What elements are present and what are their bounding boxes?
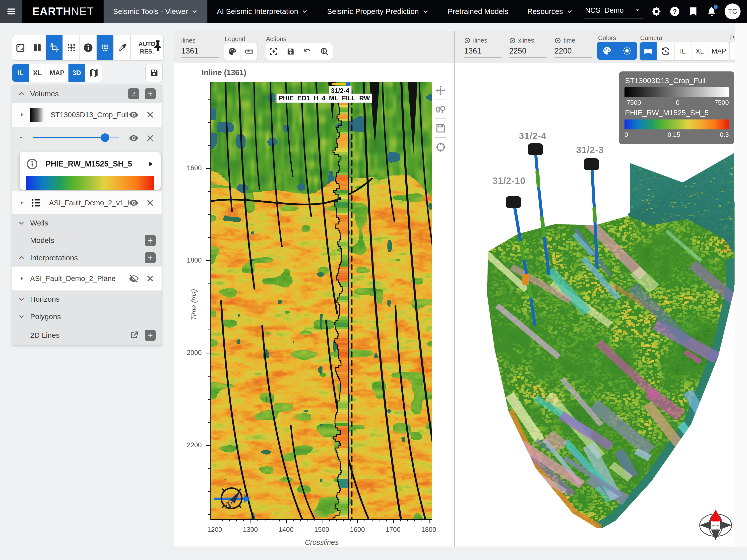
colormap-legend-button[interactable] xyxy=(224,43,241,60)
remove-icon[interactable] xyxy=(145,133,155,143)
volume-row-st13003[interactable]: ST13003D13_Crop_Full xyxy=(12,103,162,127)
camera-view-button[interactable] xyxy=(640,42,657,60)
nav-item-seismic-tools[interactable]: Seismic Tools - Viewer xyxy=(104,0,207,23)
camera-xl-button[interactable]: XL xyxy=(692,42,709,60)
info-circle-icon[interactable] xyxy=(26,158,38,170)
3d-time-field[interactable]: time 2200 xyxy=(555,37,592,58)
plot-side-toolbar xyxy=(433,85,449,153)
view-map-button[interactable]: MAP xyxy=(46,64,69,82)
add-model-button[interactable] xyxy=(145,235,156,246)
field-value[interactable]: 1361 xyxy=(181,47,218,58)
camera-rotate-button[interactable] xyxy=(657,42,674,60)
bookmark-icon[interactable] xyxy=(688,6,699,17)
three-d-scene-canvas[interactable] xyxy=(456,139,735,528)
crop-button[interactable] xyxy=(46,35,63,60)
inline-compass[interactable]: N xyxy=(213,485,251,511)
view-il-button[interactable]: IL xyxy=(12,64,29,82)
panel-divider[interactable] xyxy=(454,31,455,546)
remove-icon[interactable] xyxy=(145,198,155,208)
log-annotation-label: PHIE_ED1_H_4_ML_FILL_RW xyxy=(276,94,372,103)
lighting-button[interactable] xyxy=(617,42,637,60)
field-value[interactable]: 2250 xyxy=(509,47,546,58)
section-volumes[interactable]: Volumes -x+= xyxy=(12,85,162,103)
add-2d-line-button[interactable] xyxy=(145,330,156,341)
visibility-eye-icon[interactable] xyxy=(129,198,139,208)
section-horizons[interactable]: Horizons xyxy=(12,290,162,308)
opacity-slider[interactable] xyxy=(33,133,119,142)
colormap-button[interactable] xyxy=(597,42,617,60)
workspace-select[interactable]: NCS_Demo xyxy=(584,5,643,19)
scale-legend-button[interactable] xyxy=(241,43,257,60)
volume-row-asi-fault[interactable]: ASI_Fault_Demo_2_v1_IL xyxy=(12,191,162,215)
resolution-dots-button[interactable] xyxy=(97,35,114,60)
expand-caret-icon[interactable] xyxy=(19,199,25,206)
field-value[interactable]: 1361 xyxy=(464,47,501,58)
fit-view-button[interactable] xyxy=(12,35,29,60)
collapse-caret-icon[interactable] xyxy=(19,135,24,140)
inline-plot-title: Inline (1361) xyxy=(202,68,246,77)
expand-play-icon[interactable] xyxy=(147,160,154,168)
open-external-icon[interactable] xyxy=(129,330,139,340)
remove-icon[interactable] xyxy=(145,273,155,284)
notifications-bell-icon[interactable] xyxy=(706,6,717,17)
section-2d-lines[interactable]: 2D Lines xyxy=(12,325,162,345)
eye-icon[interactable] xyxy=(555,37,561,44)
visibility-eye-icon[interactable] xyxy=(129,133,139,143)
nav-item-pretrained-models[interactable]: Pretrained Models xyxy=(438,0,518,23)
section-wells[interactable]: Wells xyxy=(12,214,162,232)
undo-button[interactable] xyxy=(299,43,316,60)
3d-ilines-field[interactable]: ilines 1361 xyxy=(464,37,501,58)
camera-map-button[interactable]: MAP xyxy=(709,42,729,60)
visibility-eye-icon[interactable] xyxy=(129,110,139,120)
split-panels-button[interactable] xyxy=(29,35,46,60)
active-volume-card[interactable]: PHIE_RW_M1525_SH_5 xyxy=(20,152,161,190)
ilines-field[interactable]: ilines 1361 xyxy=(181,37,218,58)
plus-icon xyxy=(147,255,154,261)
remove-icon[interactable] xyxy=(145,110,155,120)
interpretation-row-plane[interactable]: ASI_Fault_Demo_2_Plane xyxy=(12,267,162,291)
nav-item-property-prediction[interactable]: Seismic Property Prediction xyxy=(317,0,438,23)
field-value[interactable]: 2200 xyxy=(555,47,592,58)
expand-caret-icon[interactable] xyxy=(19,111,25,118)
3d-xlines-field[interactable]: xlines 2250 xyxy=(509,37,546,58)
eye-icon[interactable] xyxy=(464,37,471,44)
help-icon[interactable]: ? xyxy=(669,6,680,17)
pro-button[interactable] xyxy=(729,42,735,60)
pin-icon[interactable] xyxy=(151,39,164,52)
map-layout-button[interactable] xyxy=(85,64,102,82)
user-avatar[interactable]: TC xyxy=(725,3,741,20)
save-image-icon[interactable] xyxy=(435,123,446,134)
three-d-compass[interactable] xyxy=(698,506,733,540)
view-xl-button[interactable]: XL xyxy=(29,64,46,82)
info-button[interactable] xyxy=(80,35,97,60)
hamburger-menu-button[interactable] xyxy=(0,0,22,23)
visibility-off-eye-icon[interactable] xyxy=(129,273,139,284)
trace-zoom-button[interactable] xyxy=(316,43,333,60)
scroll-zoom-icon[interactable] xyxy=(435,104,446,115)
section-models[interactable]: Models xyxy=(12,232,162,249)
section-polygons[interactable]: Polygons xyxy=(12,308,162,325)
settings-gear-icon[interactable] xyxy=(651,6,662,17)
add-volume-button[interactable] xyxy=(145,88,156,99)
seismic-inline-plot[interactable]: Time (ms) Crosslines 1600180020002200 12… xyxy=(210,82,432,520)
eye-icon[interactable] xyxy=(509,37,516,44)
pan-move-icon[interactable] xyxy=(435,85,446,96)
picker-button[interactable] xyxy=(114,35,131,60)
slider-knob[interactable] xyxy=(101,133,109,142)
center-view-button[interactable] xyxy=(265,43,282,60)
save-view-button[interactable] xyxy=(282,43,299,60)
view-3d-button[interactable]: 3D xyxy=(69,64,85,82)
nav-item-resources[interactable]: Resources xyxy=(518,0,582,23)
volume-math-button[interactable]: -x+= xyxy=(128,88,139,99)
seismic-canvas[interactable] xyxy=(211,82,432,519)
expand-caret-icon[interactable] xyxy=(19,275,25,282)
section-interpretations[interactable]: Interpretations xyxy=(12,249,162,267)
save-layout-button[interactable] xyxy=(146,64,163,82)
camera-il-button[interactable]: IL xyxy=(674,42,692,60)
layers-sidebar: Volumes -x+= ST13003D13_Crop_Full P xyxy=(12,85,162,345)
nav-item-ai-interpretation[interactable]: AI Seismic Interpretation xyxy=(207,0,318,23)
colors-toolbar xyxy=(597,42,637,60)
grid-button[interactable] xyxy=(63,35,80,60)
crosshair-target-icon[interactable] xyxy=(435,141,446,153)
add-interpretation-button[interactable] xyxy=(145,252,156,263)
